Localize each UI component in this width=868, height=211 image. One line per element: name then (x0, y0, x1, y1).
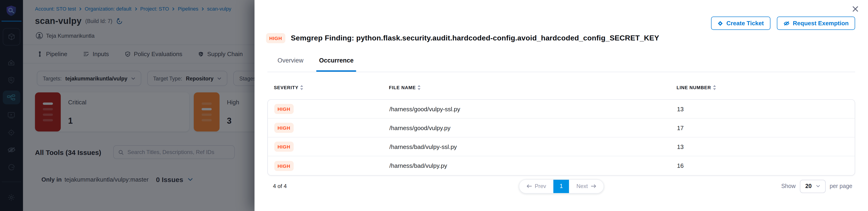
drawer-tab-occurrence[interactable]: Occurrence (319, 55, 354, 72)
file-name-cell: /harness/good/vulpy.py (390, 125, 677, 131)
finding-title: Semgrep Finding: python.flask.security.a… (291, 34, 659, 42)
line-number-cell: 13 (677, 143, 684, 150)
pagination-control: Prev 1 Next (519, 179, 604, 193)
close-icon[interactable] (850, 4, 860, 13)
sort-icon (300, 85, 304, 90)
severity-badge: HIGH (274, 161, 293, 171)
chevron-down-icon (816, 185, 820, 187)
column-header-file-name[interactable]: FILE NAME (389, 85, 677, 90)
create-ticket-button[interactable]: Create Ticket (711, 16, 770, 30)
column-label: SEVERITY (274, 85, 299, 90)
next-page-button[interactable]: Next (569, 179, 603, 193)
column-label: LINE NUMBER (677, 85, 711, 90)
drawer-tab-overview[interactable]: Overview (278, 55, 304, 72)
next-label: Next (577, 183, 588, 189)
arrow-right-icon (590, 184, 596, 188)
severity-badge: HIGH (274, 142, 293, 152)
pagination-summary: 4 of 4 (273, 183, 287, 189)
column-label: FILE NAME (389, 85, 416, 90)
file-name-cell: /harness/bad/vulpy.py (390, 162, 677, 169)
table-row[interactable]: HIGH /harness/bad/vulpy.py 16 (268, 156, 855, 175)
request-exemption-button[interactable]: Request Exemption (777, 16, 855, 30)
jira-diamond-icon (717, 21, 723, 26)
table-row[interactable]: HIGH /harness/good/vulpy-ssl.py 13 (268, 100, 855, 118)
file-name-cell: /harness/good/vulpy-ssl.py (390, 106, 677, 112)
per-page-label: per page (830, 183, 852, 189)
finding-severity-badge: HIGH (266, 33, 285, 43)
table-row[interactable]: HIGH /harness/good/vulpy.py 17 (268, 118, 855, 137)
column-header-severity[interactable]: SEVERITY (274, 85, 389, 90)
arrow-left-icon (527, 184, 532, 188)
file-name-cell: /harness/bad/vulpy-ssl.py (390, 143, 677, 150)
page-1-button[interactable]: 1 (553, 179, 569, 193)
drawer-tab-divider (268, 72, 855, 72)
request-exemption-label: Request Exemption (793, 20, 849, 27)
line-number-cell: 16 (677, 162, 684, 169)
severity-badge: HIGH (274, 104, 293, 114)
column-header-line-number[interactable]: LINE NUMBER (677, 85, 716, 90)
line-number-cell: 17 (677, 125, 684, 131)
exemption-eye-off-icon (783, 21, 789, 26)
occurrence-table: HIGH /harness/good/vulpy-ssl.py 13 HIGH … (268, 99, 855, 176)
create-ticket-label: Create Ticket (726, 20, 764, 27)
sort-icon (418, 85, 421, 90)
severity-badge: HIGH (274, 123, 293, 133)
table-row[interactable]: HIGH /harness/bad/vulpy-ssl.py 13 (268, 137, 855, 156)
prev-label: Prev (535, 183, 546, 189)
page-size-value: 20 (805, 183, 812, 189)
show-label: Show (781, 183, 796, 189)
finding-details-drawer: Create Ticket Request Exemption HIGH Sem… (254, 0, 868, 211)
line-number-cell: 13 (677, 106, 684, 112)
app-root: Account: STO test Organization: default … (0, 0, 868, 211)
page-size-select[interactable]: 20 (800, 179, 826, 193)
prev-page-button[interactable]: Prev (519, 179, 553, 193)
sort-icon (713, 85, 716, 90)
